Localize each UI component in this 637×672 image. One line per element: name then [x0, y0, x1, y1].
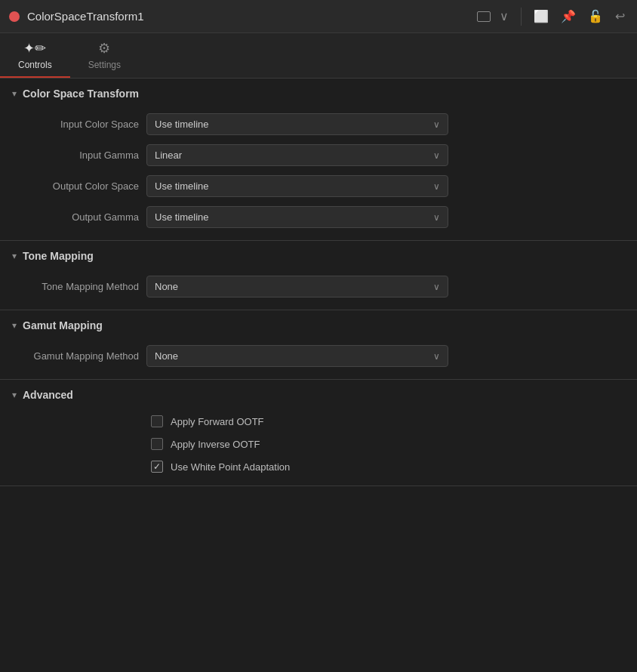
- select-chevron-input-gamma: ∨: [433, 150, 440, 161]
- select-output-color-space[interactable]: Use timeline ∨: [146, 175, 448, 197]
- chevron-icon-gamut-mapping: ▾: [12, 320, 17, 331]
- section-body-tone-mapping: Tone Mapping Method None ∨: [0, 271, 637, 310]
- label-output-color-space: Output Color Space: [18, 180, 139, 192]
- select-value-input-color-space: Use timeline: [155, 119, 209, 130]
- checkbox-row-apply-forward-ootf: Apply Forward OOTF: [0, 410, 637, 433]
- section-color-space-transform: ▾ Color Space Transform Input Color Spac…: [0, 79, 637, 241]
- label-gamut-mapping-method: Gamut Mapping Method: [18, 350, 139, 362]
- label-input-gamma: Input Gamma: [18, 150, 139, 161]
- field-row-input-color-space: Input Color Space Use timeline ∨: [0, 109, 637, 140]
- settings-tab-label: Settings: [88, 60, 121, 70]
- checkbox-apply-forward-ootf[interactable]: [151, 415, 163, 427]
- pin-icon[interactable]: 📌: [558, 8, 579, 25]
- section-header-gamut-mapping[interactable]: ▾ Gamut Mapping: [0, 310, 637, 341]
- chevron-icon-advanced: ▾: [12, 390, 17, 400]
- tab-controls[interactable]: ✦✏ Controls: [0, 34, 70, 78]
- label-use-white-point-adaptation: Use White Point Adaptation: [171, 461, 290, 473]
- checkbox-row-use-white-point-adaptation: ✓ Use White Point Adaptation: [0, 455, 637, 478]
- title-bar: ColorSpaceTransform1 ∨ ⬜ 📌 🔓 ↩: [0, 0, 637, 33]
- chevron-icon-color-space-transform: ▾: [12, 88, 17, 99]
- section-advanced: ▾ Advanced Apply Forward OOTF Apply Inve…: [0, 380, 637, 486]
- chevron-down-icon[interactable]: ∨: [497, 8, 512, 25]
- window-square-icon[interactable]: [477, 11, 491, 22]
- window-title: ColorSpaceTransform1: [27, 10, 469, 23]
- close-button[interactable]: [9, 11, 20, 22]
- checkbox-row-apply-inverse-ootf: Apply Inverse OOTF: [0, 433, 637, 455]
- window-frame-icon[interactable]: ⬜: [531, 8, 552, 25]
- section-body-gamut-mapping: Gamut Mapping Method None ∨: [0, 341, 637, 379]
- select-chevron-output-gamma: ∨: [433, 212, 440, 223]
- select-input-gamma[interactable]: Linear ∨: [146, 144, 448, 166]
- history-icon[interactable]: ↩: [612, 8, 628, 25]
- section-body-color-space-transform: Input Color Space Use timeline ∨ Input G…: [0, 109, 637, 240]
- select-value-tone-mapping-method: None: [155, 281, 178, 292]
- select-chevron-output-color-space: ∨: [433, 181, 440, 192]
- section-tone-mapping: ▾ Tone Mapping Tone Mapping Method None …: [0, 241, 637, 310]
- section-title-gamut-mapping: Gamut Mapping: [23, 319, 103, 331]
- select-gamut-mapping-method[interactable]: None ∨: [146, 345, 448, 367]
- label-output-gamma: Output Gamma: [18, 211, 139, 223]
- field-row-gamut-mapping-method: Gamut Mapping Method None ∨: [0, 341, 637, 371]
- divider: [521, 8, 522, 26]
- chevron-icon-tone-mapping: ▾: [12, 251, 17, 261]
- select-tone-mapping-method[interactable]: None ∨: [146, 276, 448, 297]
- select-output-gamma[interactable]: Use timeline ∨: [146, 206, 448, 228]
- select-value-output-gamma: Use timeline: [155, 211, 209, 223]
- checkbox-use-white-point-adaptation[interactable]: ✓: [151, 461, 163, 473]
- select-chevron-tone-mapping-method: ∨: [433, 282, 440, 292]
- select-value-output-color-space: Use timeline: [155, 180, 209, 192]
- section-header-advanced[interactable]: ▾ Advanced: [0, 380, 637, 410]
- label-apply-inverse-ootf: Apply Inverse OOTF: [171, 439, 260, 450]
- section-body-advanced: Apply Forward OOTF Apply Inverse OOTF ✓ …: [0, 410, 637, 486]
- section-header-color-space-transform[interactable]: ▾ Color Space Transform: [0, 79, 637, 109]
- section-title-color-space-transform: Color Space Transform: [23, 88, 139, 100]
- checkmark-icon: ✓: [153, 462, 161, 471]
- label-tone-mapping-method: Tone Mapping Method: [18, 281, 139, 292]
- lock-icon[interactable]: 🔓: [585, 8, 606, 25]
- select-chevron-gamut-mapping-method: ∨: [433, 351, 440, 362]
- field-row-output-gamma: Output Gamma Use timeline ∨: [0, 202, 637, 233]
- label-apply-forward-ootf: Apply Forward OOTF: [171, 416, 264, 427]
- content-area: ▾ Color Space Transform Input Color Spac…: [0, 79, 637, 486]
- controls-tab-icon: ✦✏: [23, 40, 46, 57]
- field-row-output-color-space: Output Color Space Use timeline ∨: [0, 171, 637, 202]
- title-bar-actions: ∨ ⬜ 📌 🔓 ↩: [477, 8, 628, 26]
- select-value-gamut-mapping-method: None: [155, 350, 178, 362]
- controls-tab-label: Controls: [18, 60, 52, 70]
- section-header-tone-mapping[interactable]: ▾ Tone Mapping: [0, 241, 637, 271]
- section-title-advanced: Advanced: [23, 389, 73, 401]
- label-input-color-space: Input Color Space: [18, 119, 139, 130]
- tabs-bar: ✦✏ Controls ⚙ Settings: [0, 33, 637, 79]
- select-chevron-input-color-space: ∨: [433, 119, 440, 130]
- settings-tab-icon: ⚙: [98, 40, 110, 57]
- section-title-tone-mapping: Tone Mapping: [23, 250, 94, 262]
- checkbox-apply-inverse-ootf[interactable]: [151, 438, 163, 450]
- field-row-input-gamma: Input Gamma Linear ∨: [0, 140, 637, 171]
- section-gamut-mapping: ▾ Gamut Mapping Gamut Mapping Method Non…: [0, 310, 637, 380]
- select-value-input-gamma: Linear: [155, 150, 182, 161]
- tab-settings[interactable]: ⚙ Settings: [70, 34, 139, 78]
- select-input-color-space[interactable]: Use timeline ∨: [146, 113, 448, 135]
- field-row-tone-mapping-method: Tone Mapping Method None ∨: [0, 271, 637, 302]
